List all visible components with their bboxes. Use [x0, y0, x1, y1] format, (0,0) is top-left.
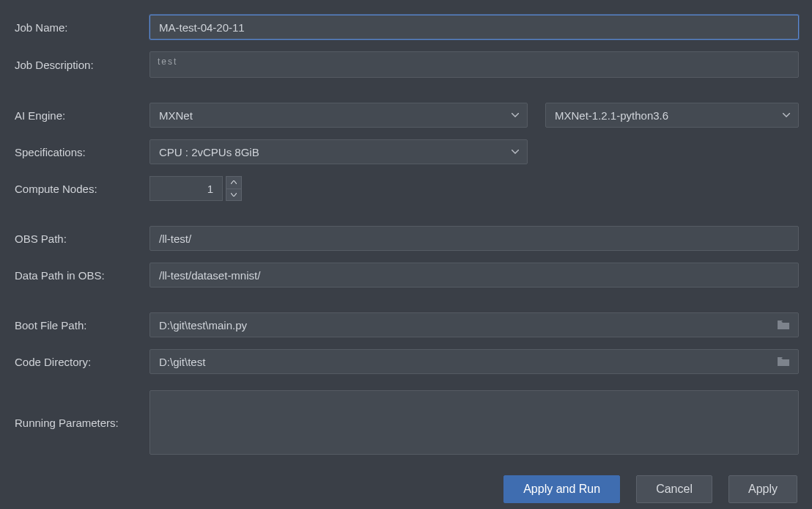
code-dir-row: Code Directory: — [13, 349, 799, 374]
boot-file-input[interactable] — [150, 312, 799, 337]
code-dir-input[interactable] — [150, 349, 799, 374]
specifications-label: Specifications: — [13, 146, 150, 158]
obs-path-input[interactable] — [150, 226, 799, 251]
specifications-row: Specifications: — [13, 139, 799, 164]
apply-and-run-button[interactable]: Apply and Run — [503, 475, 620, 503]
running-params-label: Running Parameters: — [13, 417, 150, 429]
compute-nodes-stepper[interactable] — [150, 176, 242, 201]
running-params-input[interactable] — [150, 390, 799, 455]
stepper-down-button[interactable] — [226, 188, 242, 202]
job-name-input[interactable] — [150, 15, 799, 40]
job-description-input[interactable] — [150, 51, 799, 78]
chevron-down-icon — [231, 193, 237, 197]
job-name-label: Job Name: — [13, 21, 150, 34]
data-path-row: Data Path in OBS: — [13, 263, 799, 288]
dialog-buttons: Apply and Run Cancel Apply — [13, 475, 799, 503]
obs-path-row: OBS Path: — [13, 226, 799, 251]
job-description-label: Job Description: — [13, 59, 150, 71]
job-name-row: Job Name: — [13, 15, 799, 40]
compute-nodes-row: Compute Nodes: — [13, 176, 799, 201]
folder-icon[interactable] — [777, 356, 790, 367]
ai-engine-version-select[interactable] — [545, 103, 799, 128]
specifications-select[interactable] — [150, 139, 528, 164]
stepper-up-button[interactable] — [226, 176, 242, 188]
data-path-label: Data Path in OBS: — [13, 269, 150, 282]
code-dir-label: Code Directory: — [13, 356, 150, 368]
ai-engine-row: AI Engine: — [13, 103, 799, 128]
ai-engine-value[interactable] — [150, 103, 528, 128]
obs-path-label: OBS Path: — [13, 232, 150, 245]
ai-engine-label: AI Engine: — [13, 109, 150, 122]
ai-engine-version-value[interactable] — [545, 103, 799, 128]
data-path-input[interactable] — [150, 263, 799, 288]
boot-file-label: Boot File Path: — [13, 319, 150, 332]
ai-engine-select[interactable] — [150, 103, 528, 128]
job-description-row: Job Description: — [13, 51, 799, 78]
apply-button[interactable]: Apply — [728, 475, 797, 503]
cancel-button[interactable]: Cancel — [636, 475, 712, 503]
compute-nodes-input[interactable] — [150, 176, 223, 201]
running-params-row: Running Parameters: — [13, 390, 799, 455]
chevron-up-icon — [231, 180, 237, 184]
compute-nodes-label: Compute Nodes: — [13, 183, 150, 195]
specifications-value[interactable] — [150, 139, 528, 164]
folder-icon[interactable] — [777, 320, 790, 330]
boot-file-row: Boot File Path: — [13, 312, 799, 337]
